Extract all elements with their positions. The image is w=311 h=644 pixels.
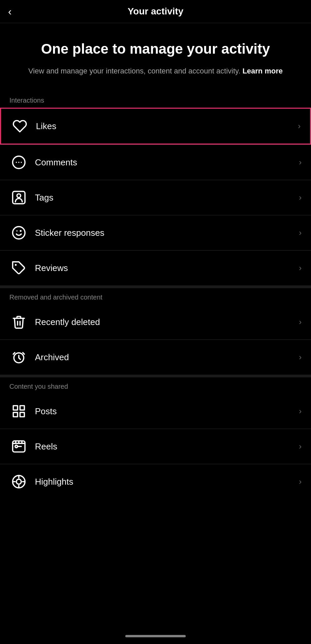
svg-rect-8	[13, 406, 18, 410]
review-tag-icon	[9, 259, 28, 277]
recently-deleted-label: Recently deleted	[35, 317, 299, 327]
likes-chevron: ›	[298, 121, 301, 131]
hero-title: One place to manage your activity	[16, 41, 295, 57]
svg-rect-11	[20, 413, 25, 417]
posts-label: Posts	[35, 406, 299, 417]
menu-item-likes[interactable]: Likes ›	[0, 108, 311, 145]
hero-subtitle: View and manage your interactions, conte…	[16, 65, 295, 76]
menu-item-highlights[interactable]: Highlights ›	[0, 464, 311, 499]
archived-chevron: ›	[299, 353, 302, 362]
likes-label: Likes	[36, 121, 298, 131]
section-label-content-shared: Content you shared	[0, 377, 311, 394]
hero-subtitle-text: View and manage your interactions, conte…	[28, 67, 240, 75]
comments-chevron: ›	[299, 158, 302, 167]
menu-item-comments[interactable]: Comments ›	[0, 145, 311, 180]
grid-icon	[9, 402, 28, 421]
svg-rect-10	[13, 413, 18, 417]
svg-point-2	[17, 194, 21, 198]
sticker-icon	[9, 223, 28, 242]
trash-icon	[9, 313, 28, 331]
menu-item-posts[interactable]: Posts ›	[0, 394, 311, 429]
reviews-chevron: ›	[299, 263, 302, 273]
sticker-responses-chevron: ›	[299, 228, 302, 237]
highlights-label: Highlights	[35, 477, 299, 487]
tags-chevron: ›	[299, 193, 302, 202]
sticker-responses-label: Sticker responses	[35, 228, 299, 238]
recently-deleted-chevron: ›	[299, 317, 302, 327]
heart-icon	[10, 117, 29, 136]
menu-item-reels[interactable]: Reels ›	[0, 429, 311, 464]
reviews-label: Reviews	[35, 263, 299, 273]
reels-label: Reels	[35, 441, 299, 452]
menu-item-archived[interactable]: Archived ›	[0, 340, 311, 375]
highlights-icon	[9, 472, 28, 491]
home-bar	[125, 635, 186, 637]
tag-person-icon	[9, 188, 28, 207]
menu-item-reviews[interactable]: Reviews ›	[0, 251, 311, 285]
menu-item-tags[interactable]: Tags ›	[0, 180, 311, 215]
section-label-removed-archived: Removed and archived content	[0, 288, 311, 305]
menu-item-recently-deleted[interactable]: Recently deleted ›	[0, 305, 311, 339]
archived-label: Archived	[35, 352, 299, 363]
page-title: Your activity	[128, 6, 183, 17]
reels-chevron: ›	[299, 442, 302, 451]
menu-item-sticker-responses[interactable]: Sticker responses ›	[0, 215, 311, 250]
archive-clock-icon	[9, 348, 28, 367]
highlights-chevron: ›	[299, 477, 302, 486]
svg-point-15	[16, 479, 21, 484]
hero-section: One place to manage your activity View a…	[0, 23, 311, 91]
svg-rect-9	[20, 406, 25, 410]
back-button[interactable]: ‹	[8, 6, 12, 17]
learn-more-link[interactable]: Learn more	[242, 67, 283, 75]
comment-icon	[9, 153, 28, 172]
svg-point-3	[13, 227, 25, 239]
section-label-interactions: Interactions	[0, 91, 311, 108]
header: ‹ Your activity	[0, 0, 311, 23]
comments-label: Comments	[35, 157, 299, 168]
home-indicator	[0, 628, 311, 641]
posts-chevron: ›	[299, 407, 302, 416]
reels-icon	[9, 437, 28, 456]
tags-label: Tags	[35, 193, 299, 203]
